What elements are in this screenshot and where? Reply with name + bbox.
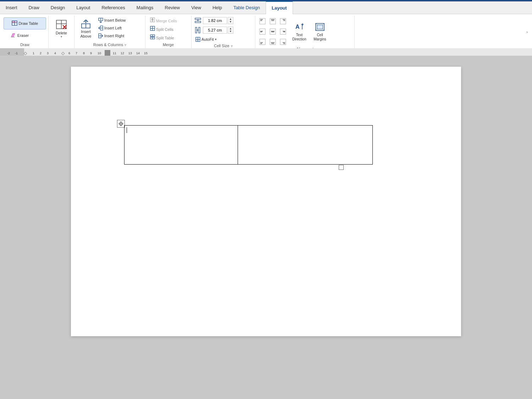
tab-design[interactable]: Design	[45, 1, 71, 14]
cell-size-expand-icon[interactable]: ▿	[231, 44, 233, 48]
insert-right-button[interactable]: Insert Right	[96, 32, 132, 39]
autofit-arrow: ▾	[215, 38, 217, 41]
autofit-icon	[195, 37, 200, 42]
table-cell-2[interactable]	[238, 126, 373, 165]
tab-bar: Insert Draw Design Layout References Mai…	[0, 1, 532, 14]
insert-left-button[interactable]: Insert Left	[96, 24, 132, 32]
tab-mailings[interactable]: Mailings	[131, 1, 159, 14]
eraser-button[interactable]: Eraser	[4, 31, 35, 40]
move-icon	[118, 121, 123, 126]
tab-table-layout[interactable]: Layout	[266, 1, 293, 14]
svg-rect-71	[270, 29, 276, 34]
draw-table-label: Draw Table	[19, 21, 38, 26]
split-table-label: Split Table	[156, 36, 174, 40]
table-resize-handle[interactable]	[339, 165, 344, 170]
align-top-right-button[interactable]	[278, 16, 288, 26]
delete-dropdown-icon: ▾	[61, 35, 62, 38]
text-direction-label: TextDirection	[292, 33, 306, 41]
align-top-center-icon	[270, 18, 276, 24]
insert-left-icon	[98, 26, 103, 31]
group-alignment: A TextDirection CellMargi	[255, 16, 355, 48]
tab-references[interactable]: References	[96, 1, 131, 14]
rows-cols-expand-icon[interactable]: ▿	[124, 43, 126, 47]
insert-above-label: InsertAbove	[80, 29, 91, 39]
table-cell-1[interactable]	[124, 126, 238, 165]
align-bottom-right-button[interactable]	[278, 37, 288, 47]
group-cell-size: 1.82 cm ▲ ▼ 5.27 cm	[192, 16, 255, 48]
cell-size-row1: 1.82 cm ▲ ▼	[194, 16, 233, 25]
distribute-cols-button[interactable]	[194, 26, 202, 34]
tab-table-design[interactable]: Table Design	[228, 1, 266, 14]
text-direction-icon: A	[294, 22, 305, 32]
cell-size-row2: 5.27 cm ▲ ▼	[194, 26, 233, 34]
cell-margins-button[interactable]: CellMargins	[311, 19, 329, 44]
cell-margins-label: CellMargins	[314, 33, 326, 41]
split-table-icon	[150, 34, 155, 39]
cell-height-spinner[interactable]: ▲ ▼	[228, 17, 233, 24]
delete-label: Delete	[56, 31, 67, 35]
eraser-icon	[10, 33, 16, 38]
text-direction-button[interactable]: A TextDirection	[290, 19, 309, 44]
svg-rect-3	[12, 21, 14, 22]
svg-rect-50	[195, 27, 197, 33]
cell-margins-icon	[315, 22, 325, 32]
command-bar: Draw Table Eraser Draw	[0, 14, 532, 48]
insert-right-label: Insert Right	[104, 34, 124, 38]
align-middle-center-button[interactable]	[268, 27, 278, 37]
tab-help[interactable]: Help	[207, 1, 228, 14]
insert-above-button[interactable]: InsertAbove	[77, 16, 95, 41]
document-page	[71, 67, 461, 336]
insert-below-button[interactable]: Insert Below	[96, 16, 132, 24]
svg-rect-92	[317, 25, 323, 29]
tab-insert[interactable]: Insert	[0, 1, 23, 14]
autofit-button[interactable]: AutoFit ▾	[194, 35, 218, 43]
align-middle-left-button[interactable]	[257, 27, 267, 37]
align-top-left-button[interactable]	[257, 16, 267, 26]
text-cursor	[127, 127, 127, 133]
overflow-indicator: ›	[526, 30, 528, 34]
distribute-rows-button[interactable]	[194, 16, 202, 25]
insert-left-label: Insert Left	[104, 26, 122, 30]
insert-above-icon	[81, 19, 91, 29]
align-middle-right-button[interactable]	[278, 27, 288, 37]
svg-text:A: A	[295, 24, 300, 30]
group-delete: Delete ▾	[49, 16, 74, 48]
split-table-button[interactable]: Split Table	[148, 33, 187, 41]
group-rows-cols: InsertAbove Insert Below	[74, 16, 145, 48]
align-bottom-right-icon	[280, 39, 286, 45]
alignment-grid	[257, 16, 288, 47]
align-top-center-button[interactable]	[268, 16, 278, 26]
group-draw: Draw Table Eraser Draw	[1, 16, 49, 48]
split-cells-label: Split Cells	[156, 27, 173, 32]
align-top-left-icon	[259, 18, 266, 24]
draw-table-button[interactable]: Draw Table	[4, 17, 46, 29]
draw-table-icon	[12, 21, 17, 26]
table-move-handle[interactable]	[117, 120, 125, 128]
svg-rect-4	[15, 21, 17, 22]
tab-view[interactable]: View	[185, 1, 207, 14]
align-bottom-left-button[interactable]	[257, 37, 267, 47]
cell-height-input[interactable]: 1.82 cm	[203, 17, 227, 24]
align-middle-left-icon	[259, 28, 266, 35]
align-bottom-center-button[interactable]	[268, 37, 278, 47]
split-cells-icon	[150, 26, 155, 31]
group-cell-size-label: Cell Size ▿	[194, 43, 253, 48]
merge-cells-button[interactable]: Merge Cells	[148, 16, 187, 24]
svg-rect-45	[195, 18, 201, 20]
distribute-cols-icon	[194, 27, 201, 34]
ruler-inner: -2 -1 ◇ 1 2 3 4 ◇ 6 7 8 9 10 11 12 13 14…	[0, 48, 532, 56]
tab-draw[interactable]: Draw	[23, 1, 45, 14]
insert-below-label: Insert Below	[104, 18, 126, 22]
tab-layout[interactable]: Layout	[71, 1, 96, 14]
merge-cells-icon	[150, 17, 155, 22]
svg-rect-74	[280, 29, 286, 34]
split-cells-button[interactable]: Split Cells	[148, 25, 187, 33]
align-bottom-left-icon	[259, 39, 266, 45]
svg-rect-51	[199, 27, 200, 33]
tab-review[interactable]: Review	[159, 1, 186, 14]
cell-width-input[interactable]: 5.27 cm	[203, 27, 227, 34]
insert-stack: Insert Below Insert Left	[96, 16, 132, 39]
delete-button[interactable]: Delete ▾	[51, 16, 72, 41]
svg-rect-68	[260, 29, 265, 34]
cell-width-spinner[interactable]: ▲ ▼	[228, 27, 233, 34]
